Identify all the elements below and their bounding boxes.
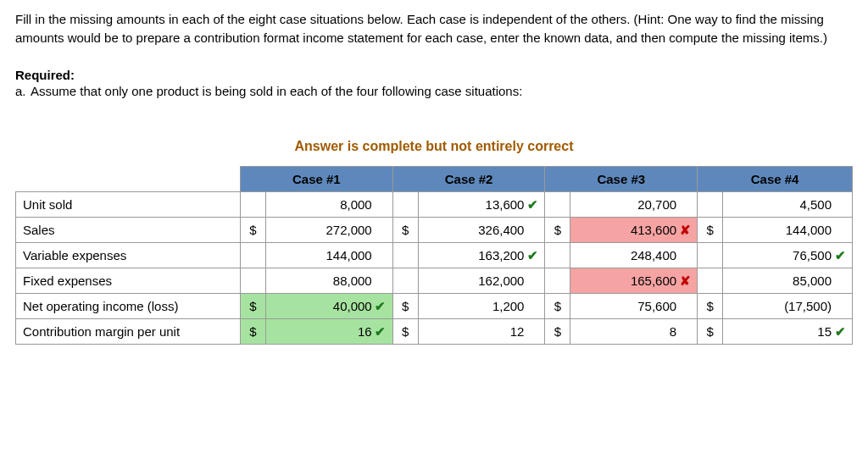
value-cell[interactable]: 8,000 bbox=[266, 191, 393, 217]
value-cell[interactable]: 272,000 bbox=[266, 217, 393, 242]
value-cell[interactable]: 12 bbox=[418, 318, 545, 344]
value-cell[interactable]: 88,000 bbox=[266, 268, 393, 293]
row-label-fixed-exp: Fixed expenses bbox=[16, 268, 241, 293]
check-icon: ✔ bbox=[526, 197, 539, 213]
value-cell[interactable]: 20,700 bbox=[570, 191, 698, 217]
table-row: Contribution margin per unit $ 16✔ $ 12 … bbox=[16, 318, 853, 344]
status-banner: Answer is complete but not entirely corr… bbox=[15, 139, 853, 154]
dollar-cell: $ bbox=[241, 318, 266, 344]
dollar-cell: $ bbox=[241, 293, 266, 318]
value-cell[interactable]: 326,400 bbox=[418, 217, 545, 242]
value-cell[interactable]: 13,600✔ bbox=[418, 191, 545, 217]
check-icon: ✔ bbox=[526, 248, 539, 263]
value-cell[interactable]: 1,200 bbox=[418, 293, 545, 318]
value-cell[interactable]: (17,500) bbox=[723, 293, 853, 318]
dollar-cell bbox=[545, 242, 570, 268]
value-cell[interactable]: 15✔ bbox=[723, 318, 853, 344]
dollar-cell bbox=[698, 191, 723, 217]
dollar-cell bbox=[241, 191, 266, 217]
row-label-noi: Net operating income (loss) bbox=[16, 293, 241, 318]
value-cell[interactable]: 144,000 bbox=[723, 217, 853, 242]
value-cell[interactable]: 248,400 bbox=[570, 242, 698, 268]
dollar-cell: $ bbox=[545, 217, 570, 242]
value-cell[interactable]: 40,000✔ bbox=[266, 293, 393, 318]
dollar-cell bbox=[241, 242, 266, 268]
header-case3: Case #3 bbox=[545, 172, 697, 186]
table-row: Sales $ 272,000 $ 326,400 $ 413,600✘ $ 1… bbox=[16, 217, 853, 242]
value-cell[interactable]: 75,600 bbox=[570, 293, 698, 318]
row-label-var-exp: Variable expenses bbox=[16, 242, 241, 268]
value-cell[interactable]: 85,000 bbox=[723, 268, 853, 293]
table-row: Net operating income (loss) $ 40,000✔ $ … bbox=[16, 293, 853, 318]
header-case1: Case #1 bbox=[241, 172, 392, 186]
check-icon: ✔ bbox=[374, 299, 387, 314]
required-label: Required: bbox=[15, 68, 853, 82]
req-a-text: Assume that only one product is being so… bbox=[31, 84, 853, 98]
req-a-letter: a. bbox=[15, 84, 31, 98]
dollar-cell: $ bbox=[545, 293, 570, 318]
dollar-cell: $ bbox=[241, 217, 266, 242]
row-label-unit-sold: Unit sold bbox=[16, 191, 241, 217]
dollar-cell bbox=[241, 268, 266, 293]
table-row: Unit sold 8,000 13,600✔ 20,700 4,500 bbox=[16, 191, 853, 217]
dollar-cell: $ bbox=[392, 217, 418, 242]
dollar-cell: $ bbox=[392, 318, 418, 344]
check-icon: ✔ bbox=[833, 248, 847, 263]
header-case2: Case #2 bbox=[393, 172, 545, 186]
dollar-cell: $ bbox=[698, 318, 723, 344]
value-cell[interactable]: 76,500✔ bbox=[723, 242, 853, 268]
dollar-cell bbox=[392, 191, 418, 217]
x-icon: ✘ bbox=[678, 223, 692, 238]
check-icon: ✔ bbox=[374, 324, 387, 340]
dollar-cell: $ bbox=[545, 318, 570, 344]
dollar-cell bbox=[545, 268, 570, 293]
dollar-cell bbox=[392, 242, 418, 268]
dollar-cell bbox=[698, 268, 723, 293]
check-icon: ✔ bbox=[833, 324, 847, 340]
dollar-cell: $ bbox=[698, 217, 723, 242]
dollar-cell bbox=[698, 242, 723, 268]
value-cell[interactable]: 163,200✔ bbox=[418, 242, 545, 268]
cases-table: Case #1 Case #2 Case #3 Case #4 Unit sol… bbox=[15, 166, 853, 345]
row-label-cmu: Contribution margin per unit bbox=[16, 318, 241, 344]
table-row: Fixed expenses 88,000 162,000 165,600✘ 8… bbox=[16, 268, 853, 293]
instructions-text: Fill in the missing amounts in each of t… bbox=[15, 10, 853, 47]
value-cell[interactable]: 165,600✘ bbox=[570, 268, 698, 293]
value-cell[interactable]: 4,500 bbox=[723, 191, 853, 217]
value-cell[interactable]: 413,600✘ bbox=[570, 217, 698, 242]
header-case4: Case #4 bbox=[698, 172, 852, 186]
dollar-cell bbox=[392, 268, 418, 293]
dollar-cell: $ bbox=[698, 293, 723, 318]
value-cell[interactable]: 8 bbox=[570, 318, 698, 344]
x-icon: ✘ bbox=[678, 273, 692, 289]
dollar-cell: $ bbox=[392, 293, 418, 318]
table-row: Variable expenses 144,000 163,200✔ 248,4… bbox=[16, 242, 853, 268]
dollar-cell bbox=[545, 191, 570, 217]
value-cell[interactable]: 162,000 bbox=[418, 268, 545, 293]
value-cell[interactable]: 16✔ bbox=[266, 318, 393, 344]
row-label-sales: Sales bbox=[16, 217, 241, 242]
empty-header bbox=[16, 166, 241, 191]
value-cell[interactable]: 144,000 bbox=[266, 242, 393, 268]
